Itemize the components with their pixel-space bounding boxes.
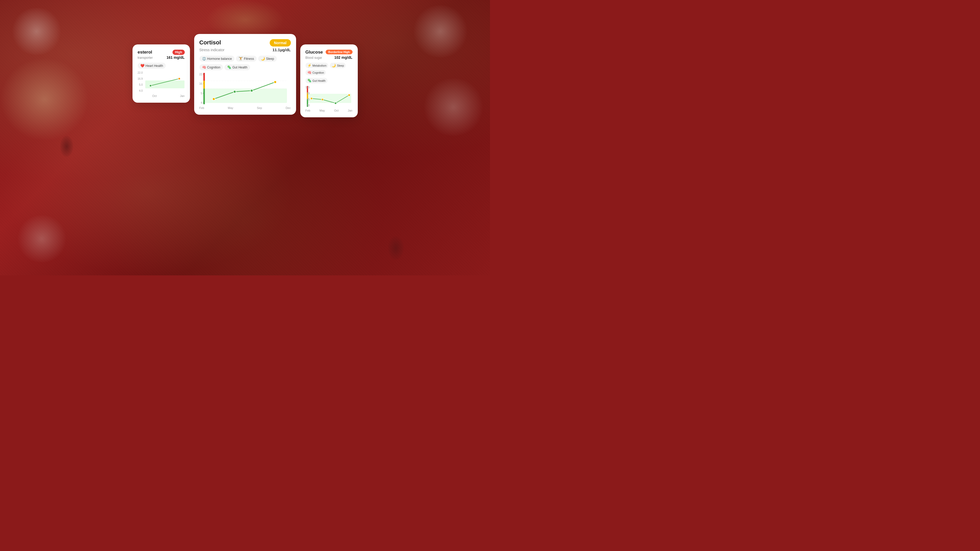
glucose-x-labels: Feb May Oct Jan xyxy=(305,109,353,112)
glucose-subtitle: Blood sugar xyxy=(305,56,322,60)
cortisol-card: Cortisol Normal Stress indicator 11.1μg/… xyxy=(194,34,296,115)
cognition-label: Cognition xyxy=(207,65,221,69)
cortisol-x4: Dec xyxy=(286,106,291,110)
sleep-icon: 🌙 xyxy=(261,57,265,60)
metabolism-icon: ⚡ xyxy=(307,64,312,67)
metabolism-label: Metabolism xyxy=(313,64,327,67)
glucose-x2: May xyxy=(320,109,325,112)
gut-icon: 🦠 xyxy=(227,65,231,69)
cholesterol-y1: 22.0 xyxy=(138,71,143,74)
cortisol-subtitle: Stress indicator xyxy=(199,48,224,52)
glucose-svg xyxy=(305,86,353,107)
glucose-y2: 99 xyxy=(307,92,310,95)
cards-wrapper: esterol High transporter 161 mg/dL ❤️ He… xyxy=(45,34,445,117)
cortisol-x-labels: Feb May Sep Dec xyxy=(199,106,291,110)
cortisol-header: Cortisol Normal xyxy=(199,39,291,46)
glucose-y3: 65 xyxy=(307,98,310,101)
svg-rect-5 xyxy=(203,89,205,104)
cholesterol-svg xyxy=(145,71,185,92)
cholesterol-header: esterol High xyxy=(138,50,185,55)
cholesterol-y3: 5.0 xyxy=(139,83,143,86)
glucose-header: Glucose Borderline High xyxy=(305,50,353,55)
cholesterol-subtitle: transporter xyxy=(138,56,153,60)
svg-point-11 xyxy=(250,89,253,92)
svg-rect-3 xyxy=(203,73,205,81)
glucose-cognition-icon: 🧠 xyxy=(307,71,312,75)
cortisol-tag-hormone[interactable]: ⚖️ Hormone balance xyxy=(199,56,235,62)
svg-point-9 xyxy=(212,98,215,100)
cholesterol-tags: ❤️ Heart Health xyxy=(138,63,185,69)
svg-point-12 xyxy=(274,81,277,83)
cholesterol-y-labels: 22.0 16.9 5.0 4.0 xyxy=(138,71,144,92)
glucose-y1: 125 xyxy=(305,86,310,89)
cortisol-value-row: Stress indicator 11.1μg/dL xyxy=(199,48,291,52)
glucose-x3: Oct xyxy=(334,109,339,112)
cortisol-tags-row1: ⚖️ Hormone balance 🏋️ Fitness 🌙 Sleep xyxy=(199,56,291,62)
heart-icon: ❤️ xyxy=(140,64,145,68)
glucose-value-row: Blood sugar 102 mg/dL xyxy=(305,56,353,60)
cortisol-badge: Normal xyxy=(270,39,291,46)
glucose-y4: 50 xyxy=(307,104,310,107)
cholesterol-value: 161 mg/dL xyxy=(167,56,185,60)
glucose-tag-metabolism[interactable]: ⚡ Metabolism xyxy=(305,63,328,68)
cortisol-x3: Sep xyxy=(257,106,262,110)
glucose-badge: Borderline High xyxy=(326,50,353,54)
svg-point-10 xyxy=(233,91,236,93)
hormone-label: Hormone balance xyxy=(207,57,232,60)
cholesterol-title: esterol xyxy=(138,50,152,55)
cortisol-chart-inner: 22.0 16.9 5.0 4.0 xyxy=(199,73,291,110)
svg-point-20 xyxy=(348,94,350,96)
fitness-label: Fitness xyxy=(244,57,254,60)
cortisol-x1: Feb xyxy=(199,106,204,110)
cortisol-title: Cortisol xyxy=(199,39,221,46)
cholesterol-svg-wrapper: Oct Jan xyxy=(145,71,185,97)
cognition-icon: 🧠 xyxy=(202,65,206,69)
cortisol-chart: 22.0 16.9 5.0 4.0 xyxy=(199,73,291,110)
cholesterol-badge: High xyxy=(172,50,185,55)
cholesterol-tag-label: Heart Health xyxy=(146,64,163,68)
cholesterol-chart-inner: 22.0 16.9 5.0 4.0 xyxy=(138,71,185,97)
glucose-gut-label: Gut Health xyxy=(313,79,326,82)
cortisol-value: 11.1μg/dL xyxy=(272,48,291,52)
glucose-sleep-icon: 🌙 xyxy=(332,64,336,67)
cholesterol-y4: 4.0 xyxy=(139,89,143,92)
cholesterol-y2: 16.9 xyxy=(138,77,143,80)
cholesterol-x-labels: Oct Jan xyxy=(152,94,185,97)
cholesterol-x1: Oct xyxy=(152,94,157,97)
cholesterol-value-row: transporter 161 mg/dL xyxy=(138,56,185,60)
cholesterol-x2: Jan xyxy=(180,94,185,97)
glucose-x4: Jan xyxy=(348,109,353,112)
glucose-tag-sleep[interactable]: 🌙 Sleep xyxy=(330,63,346,68)
cortisol-tags-row2: 🧠 Cognition 🦠 Gut Health xyxy=(199,64,291,70)
sleep-label: Sleep xyxy=(266,57,274,60)
svg-point-19 xyxy=(334,102,337,104)
glucose-card: Glucose Borderline High Blood sugar 102 … xyxy=(300,44,358,117)
glucose-sleep-label: Sleep xyxy=(337,64,344,67)
cholesterol-chart: 22.0 16.9 5.0 4.0 xyxy=(138,71,185,97)
glucose-tag-gut[interactable]: 🦠 Gut Health xyxy=(305,78,328,83)
glucose-tag-cognition[interactable]: 🧠 Cognition xyxy=(305,70,326,75)
svg-point-1 xyxy=(150,85,151,87)
cortisol-svg-container: Feb May Sep Dec xyxy=(199,73,291,110)
glucose-chart-inner: 125 99 65 50 xyxy=(305,86,353,112)
cortisol-tag-cognition[interactable]: 🧠 Cognition xyxy=(199,64,223,70)
svg-point-2 xyxy=(178,78,180,80)
fitness-icon: 🏋️ xyxy=(239,57,243,60)
cholesterol-card: esterol High transporter 161 mg/dL ❤️ He… xyxy=(132,44,190,103)
glucose-x1: Feb xyxy=(305,109,310,112)
cortisol-svg xyxy=(199,73,291,104)
glucose-tags-row2: 🦠 Gut Health xyxy=(305,78,353,83)
glucose-title: Glucose xyxy=(305,50,323,55)
cholesterol-tag-heart[interactable]: ❤️ Heart Health xyxy=(138,63,166,69)
glucose-chart: 125 99 65 50 xyxy=(305,86,353,112)
cortisol-tag-sleep[interactable]: 🌙 Sleep xyxy=(258,56,277,62)
balance-icon: ⚖️ xyxy=(202,57,206,60)
glucose-y-labels: 125 99 65 50 xyxy=(305,86,311,107)
glucose-cognition-label: Cognition xyxy=(313,71,324,74)
gut-label: Gut Health xyxy=(232,65,247,69)
glucose-tags-row1: ⚡ Metabolism 🌙 Sleep 🧠 Cognition xyxy=(305,63,353,75)
svg-rect-0 xyxy=(145,81,185,88)
cortisol-tag-fitness[interactable]: 🏋️ Fitness xyxy=(236,56,257,62)
cortisol-tag-gut[interactable]: 🦠 Gut Health xyxy=(224,64,250,70)
cortisol-x2: May xyxy=(228,106,233,110)
